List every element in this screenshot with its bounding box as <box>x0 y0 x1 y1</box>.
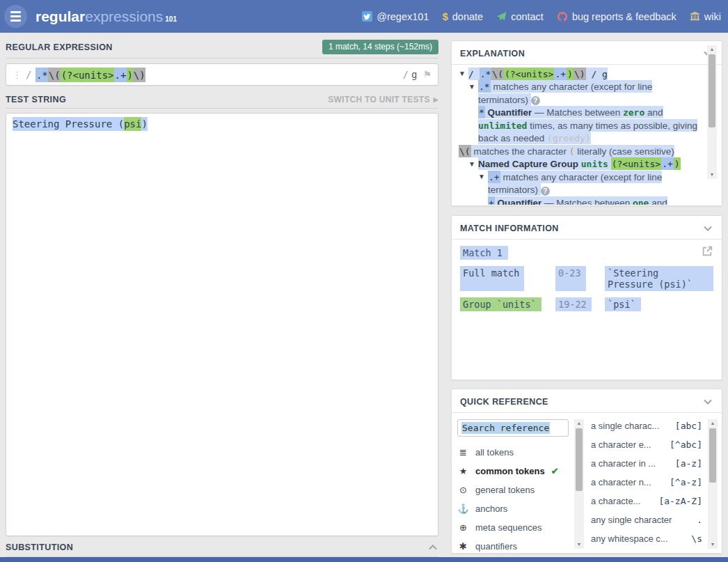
menu-item-general-tokens[interactable]: ⊙ general tokens <box>457 481 569 499</box>
scroll-down-arrow[interactable]: ▼ <box>707 171 717 179</box>
chevron-down-icon[interactable] <box>702 396 713 407</box>
nav-link-contact[interactable]: contact <box>496 11 544 22</box>
globe-icon: ⊕ <box>457 522 469 533</box>
nav-link-bug-reports[interactable]: bug reports & feedback <box>557 11 676 22</box>
right-column: EXPLANATION ▼/ .*\((?<units>.+)\) / g▼.*… <box>451 33 722 554</box>
token-row[interactable]: any whitespace c...\s <box>591 529 702 548</box>
token-row[interactable]: any single character. <box>591 510 702 529</box>
explanation-content: ▼/ .*\((?<units>.+)\) / g▼.* matches any… <box>452 65 722 205</box>
collapse-caret-icon[interactable]: ▼ <box>468 81 475 94</box>
explanation-segment: — Matches between <box>541 196 633 205</box>
nav-link-label: @regex101 <box>377 11 429 22</box>
explanation-segment: matches any character (except for line t… <box>478 80 652 106</box>
flag-icon[interactable]: ⚑ <box>422 69 432 80</box>
token-list-scrollbar[interactable]: ▲ ▼ <box>708 419 718 549</box>
explanation-segment: — Matches between <box>532 106 623 118</box>
regex-pattern[interactable]: .*\((?<units>.+)\) <box>35 69 145 80</box>
nav-link-donate[interactable]: $ donate <box>442 10 483 22</box>
chevron-down-icon[interactable] <box>702 223 713 234</box>
search-reference-input[interactable]: Search reference <box>457 419 569 437</box>
navbar-links: @regex101 $ donate contact bug reports &… <box>362 10 721 22</box>
explanation-line: + Quantifier — Matches between one and <box>459 196 698 205</box>
collapse-caret-icon[interactable]: ▼ <box>468 158 475 171</box>
scroll-down-arrow[interactable]: ▼ <box>574 540 584 549</box>
regex-flags[interactable]: g <box>411 69 417 80</box>
scroll-up-arrow[interactable]: ▲ <box>708 419 718 428</box>
scrollbar-thumb[interactable] <box>576 428 583 491</box>
explanation-segment: .+ <box>661 157 674 170</box>
menu-scrollbar[interactable]: ▲ ▼ <box>574 419 584 549</box>
quick-reference-menu: Search reference ≣ all tokens ★ common t… <box>452 413 587 554</box>
explanation-segment: + <box>488 196 495 205</box>
drag-handle-icon[interactable]: ⋮ <box>13 70 21 80</box>
explanation-title: EXPLANATION <box>460 49 525 58</box>
explanation-segment: ) <box>674 157 681 170</box>
explanation-segment: Named Capture Group <box>478 157 578 170</box>
token-row[interactable]: a characte...[a-zA-Z] <box>591 492 702 510</box>
explanation-segment: .* <box>480 68 492 80</box>
highlight-token: .+ <box>114 68 127 82</box>
scrollbar-thumb[interactable] <box>709 54 715 127</box>
menu-item-all-tokens[interactable]: ≣ all tokens <box>457 443 569 462</box>
explanation-line: ▼.* matches any character (except for li… <box>459 81 698 107</box>
footer-bar <box>0 557 728 562</box>
site-logo[interactable]: regularexpressions101 <box>35 8 177 25</box>
explanation-segment: / <box>586 68 602 80</box>
token-row[interactable]: a single charac...[abc] <box>591 416 702 435</box>
nav-link-label: donate <box>452 11 483 22</box>
menu-item-anchors[interactable]: ⚓ anchors <box>457 499 569 518</box>
explanation-segment: \( <box>459 145 471 157</box>
nav-link-wiki[interactable]: wiki <box>690 11 721 22</box>
bank-icon <box>690 11 700 22</box>
logo-part-expressions: expressions <box>85 8 163 24</box>
scroll-up-arrow[interactable]: ▲ <box>707 45 717 54</box>
test-string-section-header: TEST STRING SWITCH TO UNIT TESTS ▶ <box>6 95 438 109</box>
explanation-segment: and <box>644 106 663 118</box>
explanation-scrollbar[interactable]: ▲ ▼ <box>707 45 717 179</box>
dollar-icon: $ <box>442 10 448 22</box>
explanation-line: \( matches the character ( literally (ca… <box>459 145 698 158</box>
token-row[interactable]: a character e...[^abc] <box>591 435 702 454</box>
explanation-segment: and <box>649 196 667 205</box>
hamburger-menu-button[interactable] <box>4 5 27 28</box>
explanation-segment: / <box>468 68 480 80</box>
match-row-full-match: Full match 0-23 `Steering Pressure (psi)… <box>460 266 713 291</box>
explanation-segment: Quantifier <box>488 106 532 118</box>
scroll-down-arrow[interactable]: ▼ <box>708 540 718 549</box>
explanation-segment: (greedy) <box>547 132 591 144</box>
regex-input[interactable]: ⋮ / .*\((?<units>.+)\) / g ⚑ <box>6 63 438 86</box>
token-row[interactable]: a character n...[^a-z] <box>591 473 702 492</box>
test-string-input[interactable]: Steering Pressure (psi) <box>6 113 438 536</box>
collapse-caret-icon[interactable]: ▼ <box>459 68 466 81</box>
explanation-segment: \) <box>573 68 586 80</box>
hamburger-icon <box>10 11 21 13</box>
paper-plane-icon <box>496 11 507 22</box>
stack-icon: ≣ <box>457 447 469 458</box>
explanation-segment: \( <box>491 68 504 80</box>
group-value: `psi` <box>605 297 641 311</box>
export-matches-icon[interactable] <box>702 245 713 257</box>
collapse-caret-icon[interactable]: ▼ <box>478 171 485 184</box>
logo-part-regular: regular <box>35 8 85 24</box>
menu-item-quantifiers[interactable]: ✱ quantifiers <box>457 537 569 556</box>
highlight-token: psi <box>124 117 141 131</box>
twitter-icon <box>362 11 372 22</box>
token-row[interactable]: a character in ...[a-z] <box>591 454 702 473</box>
menu-item-meta-sequences[interactable]: ⊕ meta sequences <box>457 518 569 537</box>
nav-link-twitter[interactable]: @regex101 <box>362 11 429 22</box>
menu-item-common-tokens[interactable]: ★ common tokens ✔ <box>457 462 569 481</box>
checkmark-icon: ✔ <box>551 466 559 476</box>
navbar: regularexpressions101 @regex101 $ donate… <box>0 0 728 33</box>
help-icon[interactable]: ? <box>531 96 540 105</box>
nav-link-label: wiki <box>704 11 721 22</box>
scroll-up-arrow[interactable]: ▲ <box>574 419 584 428</box>
chevron-up-icon[interactable] <box>427 542 438 553</box>
regex-close-delimiter: / <box>403 69 409 80</box>
scrollbar-thumb[interactable] <box>709 428 716 483</box>
right-arrow-icon: ▶ <box>434 96 438 103</box>
quick-reference-token-list: a single charac...[abc] a character e...… <box>587 413 722 554</box>
switch-to-unit-tests-link[interactable]: SWITCH TO UNIT TESTS ▶ <box>328 95 438 104</box>
help-icon[interactable]: ? <box>541 187 550 196</box>
explanation-segment: .* <box>478 80 491 93</box>
highlight-token: (?<units> <box>61 68 114 82</box>
